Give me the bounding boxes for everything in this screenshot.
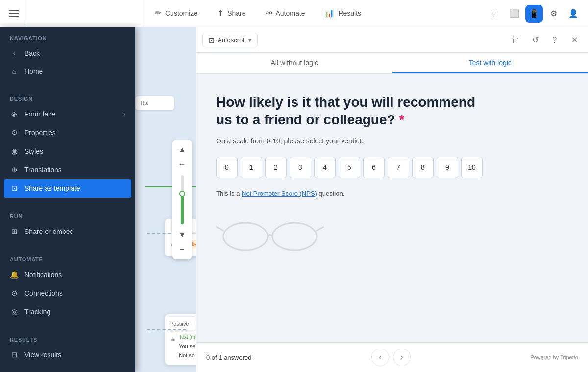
- hamburger-menu[interactable]: [0, 0, 27, 27]
- sidebar-item-back[interactable]: ‹ Back: [0, 44, 135, 62]
- zoom-in-btn[interactable]: ←: [174, 158, 190, 171]
- next-btn[interactable]: ›: [393, 349, 411, 366]
- panel-delete-btn[interactable]: 🗑: [508, 32, 523, 48]
- nps-10[interactable]: 10: [461, 157, 483, 178]
- svg-line-3: [317, 227, 324, 231]
- view-results-label: View results: [24, 351, 61, 359]
- zoom-out-btn[interactable]: −: [174, 243, 190, 256]
- nav-results-label: Results: [338, 9, 361, 17]
- survey-preview: How likely is it that you will recommend…: [196, 74, 588, 342]
- mobile-view-btn[interactable]: 📱: [525, 5, 543, 23]
- zoom-slider-thumb: [179, 191, 185, 197]
- sidebar-item-translations[interactable]: ⊕ Translations: [0, 161, 135, 179]
- sidebar-item-properties[interactable]: ⚙ Properties: [0, 123, 135, 142]
- nps-6[interactable]: 6: [363, 157, 385, 178]
- design-section-title: Design: [0, 88, 135, 105]
- text-type-label: Text (multiple lines): [179, 334, 196, 340]
- survey-subtitle: On a scale from 0-10, please select your…: [216, 137, 363, 145]
- form-face-icon: ◈: [10, 110, 19, 118]
- nav-arrows: ‹ ›: [371, 349, 411, 366]
- followup-text-block: Text (multiple lines) You selected How l…: [179, 334, 196, 360]
- toolbar-right-icons: 🖥 ⬜ 📱 ⚙ 👤: [486, 5, 588, 23]
- canvas-content: Rat ◯ + Detractors - 1 star ··· ≡ How li…: [135, 27, 196, 372]
- followup-content: ≡ Text (multiple lines) You selected How…: [171, 334, 196, 360]
- glasses-decoration: [216, 217, 324, 256]
- nps-9[interactable]: 9: [437, 157, 458, 178]
- answered-text: 0 of 1 answered: [206, 354, 252, 361]
- tracking-icon: ◎: [10, 307, 19, 316]
- zoom-down-btn[interactable]: ▼: [174, 228, 190, 242]
- properties-icon: ⚙: [10, 128, 19, 137]
- sidebar-item-form-face[interactable]: ◈ Form face ›: [0, 105, 135, 123]
- sidebar-item-home[interactable]: ⌂ Home: [0, 62, 135, 80]
- home-icon: ⌂: [10, 67, 19, 75]
- sidebar-item-tracking[interactable]: ◎ Tracking: [0, 302, 135, 321]
- nps-1[interactable]: 1: [241, 157, 262, 178]
- tab-test-with-logic[interactable]: Test with logic: [392, 53, 588, 73]
- customize-icon: ✏: [155, 8, 161, 18]
- sidebar-item-view-results[interactable]: ⊟ View results: [0, 346, 135, 364]
- styles-label: Styles: [24, 147, 43, 155]
- share-embed-label: Share or embed: [24, 228, 74, 235]
- hamburger-icon: [9, 10, 19, 17]
- autoscroll-button[interactable]: ⊡ Autoscroll ▾: [202, 33, 258, 47]
- nav-automate-label: Automate: [276, 9, 305, 17]
- zoom-slider-fill: [181, 195, 184, 224]
- nps-8[interactable]: 8: [412, 157, 434, 178]
- node-body-followup: ≡ Text (multiple lines) You selected How…: [165, 329, 196, 365]
- nav-automate[interactable]: ⚯ Automate: [256, 0, 315, 27]
- tab-all-without-logic[interactable]: All without logic: [196, 53, 392, 73]
- sidebar-item-share-template[interactable]: ⊡ Share as template: [4, 179, 131, 198]
- form-face-label: Form face: [24, 110, 55, 118]
- share-template-label: Share as template: [24, 185, 80, 192]
- sidebar-item-share-embed[interactable]: ⊞ Share or embed: [0, 222, 135, 241]
- left-partial-card: Rat: [135, 96, 174, 110]
- view-results-icon: ⊟: [10, 350, 19, 359]
- zoom-slider-track[interactable]: [181, 175, 184, 224]
- nps-3[interactable]: 3: [290, 157, 311, 178]
- tab-test-label: Test with logic: [469, 59, 512, 67]
- nps-link[interactable]: Net Promoter Score (NPS): [242, 190, 317, 197]
- desktop-view-btn[interactable]: 🖥: [486, 5, 504, 23]
- nps-4[interactable]: 4: [314, 157, 336, 178]
- nps-0[interactable]: 0: [216, 157, 238, 178]
- nav-results[interactable]: 📊 Results: [315, 0, 371, 27]
- sidebar-item-connections[interactable]: ⊙ Connections: [0, 284, 135, 302]
- share-template-icon: ⊡: [10, 184, 19, 193]
- results-section-title: Results: [0, 329, 135, 346]
- back-label: Back: [24, 49, 40, 57]
- dashed-right-2: [147, 329, 186, 330]
- sidebar-item-styles[interactable]: ◉ Styles: [0, 142, 135, 161]
- svg-point-1: [272, 223, 317, 250]
- notifications-icon: 🔔: [10, 270, 19, 279]
- main-canvas: Rat ◯ + Detractors - 1 star ··· ≡ How li…: [135, 27, 196, 372]
- settings-btn[interactable]: ⚙: [545, 5, 563, 23]
- sidebar-item-notifications[interactable]: 🔔 Notifications: [0, 265, 135, 284]
- panel-bottom-bar: 0 of 1 answered ‹ › Powered by Tripetto: [196, 342, 588, 372]
- nps-5[interactable]: 5: [339, 157, 360, 178]
- nav-customize[interactable]: ✏ Customize: [145, 0, 207, 27]
- prev-btn[interactable]: ‹: [371, 349, 389, 366]
- share-icon: ⬆: [217, 8, 223, 18]
- zoom-up-btn[interactable]: ▲: [174, 143, 190, 157]
- tablet-view-btn[interactable]: ⬜: [506, 5, 523, 23]
- translations-icon: ⊕: [10, 165, 19, 174]
- nps-2[interactable]: 2: [265, 157, 287, 178]
- logic-tabs: All without logic Test with logic: [196, 53, 588, 74]
- panel-refresh-btn[interactable]: ↺: [527, 32, 543, 48]
- nav-share[interactable]: ⬆ Share: [207, 0, 255, 27]
- panel-close-btn[interactable]: ✕: [566, 32, 582, 48]
- panel-toolbar-icons: 🗑 ↺ ? ✕: [508, 32, 582, 48]
- glasses-svg: [216, 217, 324, 256]
- panel-help-btn[interactable]: ?: [547, 32, 563, 48]
- nps-7[interactable]: 7: [388, 157, 409, 178]
- autoscroll-icon: ⊡: [209, 36, 215, 44]
- user-btn[interactable]: 👤: [564, 5, 582, 23]
- tab-all-label: All without logic: [271, 59, 318, 67]
- text-icon: ≡: [171, 335, 175, 343]
- translations-label: Translations: [24, 166, 62, 174]
- results-icon: 📊: [324, 8, 334, 18]
- svg-line-2: [216, 227, 223, 231]
- svg-point-0: [223, 223, 268, 250]
- form-face-arrow: ›: [123, 111, 125, 117]
